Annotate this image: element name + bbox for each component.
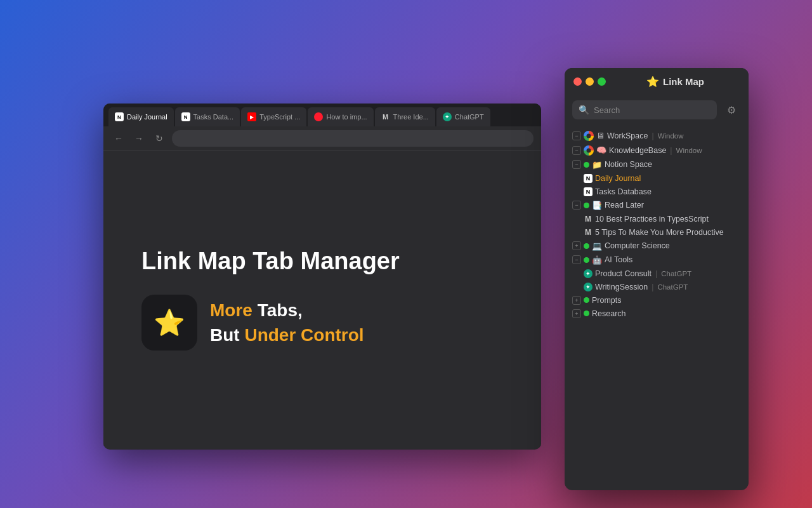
expand-cs-icon[interactable]: + — [572, 241, 581, 250]
tree-row-tasks-database[interactable]: N Tasks Database — [570, 185, 743, 198]
tab-label-6: ChatGPT — [455, 113, 484, 121]
kb-emoji: 🧠 — [596, 145, 606, 155]
collapse-kb-icon[interactable]: − — [572, 146, 581, 155]
browser-content-area: Link Map Tab Manager ⭐ More Tabs, But Un… — [103, 151, 541, 446]
close-button[interactable] — [573, 77, 582, 86]
cs-emoji: 💻 — [592, 241, 602, 251]
main-title: Link Map Tab Manager — [141, 247, 400, 276]
workspace-label: WorkSpace — [607, 131, 648, 140]
prompts-dot — [584, 297, 589, 303]
search-box[interactable]: 🔍 Search — [572, 100, 717, 119]
cs-dot — [584, 243, 589, 249]
tree-row-tips[interactable]: M 5 Tips To Make You More Productive — [570, 225, 743, 239]
notion-tab-icon: N — [115, 112, 124, 121]
panel-title-text: Link Map — [663, 76, 704, 87]
tree-area: − 🖥 WorkSpace | Window − 🧠 KnowledgeBase… — [565, 126, 749, 323]
tab-label-3: TypeScript ... — [259, 113, 300, 121]
chatgpt-icon-product-consult: ✦ — [584, 269, 593, 278]
tree-row-read-later[interactable]: − 📑 Read Later — [570, 198, 743, 212]
tree-row-ai-tools[interactable]: − 🤖 AI Tools — [570, 253, 743, 267]
tree-row-knowledgebase[interactable]: − 🧠 KnowledgeBase | Window — [570, 143, 743, 157]
promo-line-2: But Under Control — [210, 323, 364, 347]
tree-row-research[interactable]: + Research — [570, 307, 743, 320]
star-icon: ⭐ — [646, 76, 659, 88]
app-icon-badge: ⭐ — [141, 295, 197, 351]
collapse-notion-space-icon[interactable]: − — [572, 160, 581, 169]
research-label: Research — [592, 309, 626, 318]
collapse-read-later-icon[interactable]: − — [572, 201, 581, 210]
tree-row-workspace[interactable]: − 🖥 WorkSpace | Window — [570, 128, 743, 143]
search-placeholder: Search — [594, 105, 620, 115]
link-map-panel: ⭐ Link Map 🔍 Search ⚙ − 🖥 WorkSpace | Wi… — [565, 68, 749, 490]
notion-tab-icon-2: N — [181, 112, 190, 121]
workspace-emoji: 🖥 — [596, 131, 605, 140]
panel-titlebar: ⭐ Link Map — [565, 68, 749, 95]
chatgpt-icon-writing-session: ✦ — [584, 283, 593, 291]
browser-nav-bar: ← → ↻ — [103, 126, 541, 151]
settings-button[interactable]: ⚙ — [722, 100, 741, 119]
tab-three-ide[interactable]: M Three Ide... — [375, 107, 435, 126]
panel-search-area: 🔍 Search ⚙ — [565, 95, 749, 126]
medium-icon-best-practices: M — [584, 215, 593, 224]
opera-tab-icon — [314, 112, 323, 121]
refresh-button[interactable]: ↻ — [152, 131, 167, 146]
back-button[interactable]: ← — [111, 131, 126, 146]
daily-journal-label: Daily Journal — [595, 174, 641, 183]
expand-prompts-icon[interactable]: + — [572, 296, 581, 305]
ai-tools-label: AI Tools — [605, 255, 632, 264]
svg-rect-7 — [129, 396, 294, 415]
tab-daily-journal[interactable]: N Daily Journal — [108, 107, 174, 126]
tab-label-4: How to imp... — [326, 113, 367, 121]
traffic-lights — [573, 77, 606, 86]
read-later-emoji: 📑 — [592, 201, 602, 210]
expand-research-icon[interactable]: + — [572, 309, 581, 318]
medium-icon-tips: M — [584, 228, 593, 237]
app-promo-section: ⭐ More Tabs, But Under Control — [141, 295, 364, 351]
promo-line-1: More Tabs, — [210, 298, 364, 323]
notion-space-emoji: 📁 — [592, 160, 602, 170]
panel-title-area: ⭐ Link Map — [611, 76, 740, 88]
browser-tabs-bar: N Daily Journal N Tasks Data... ▶ TypeSc… — [103, 104, 541, 126]
collapse-workspace-icon[interactable]: − — [572, 131, 581, 140]
promo-tabs-word: Tabs, — [252, 300, 303, 320]
tree-row-product-consult[interactable]: ✦ Product Consult | ChatGPT — [570, 267, 743, 280]
tree-row-prompts[interactable]: + Prompts — [570, 293, 743, 307]
ai-tools-dot — [584, 257, 589, 263]
tab-chatgpt[interactable]: ✦ ChatGPT — [436, 107, 490, 126]
tree-row-computer-science[interactable]: + 💻 Computer Science — [570, 239, 743, 253]
read-later-dot — [584, 203, 589, 208]
kb-label: KnowledgeBase — [609, 146, 666, 155]
ai-tools-emoji: 🤖 — [592, 255, 602, 265]
tab-typescript[interactable]: ▶ TypeScript ... — [241, 107, 306, 126]
tab-how-to-imp[interactable]: How to imp... — [308, 107, 373, 126]
notion-space-label: Notion Space — [605, 160, 652, 169]
notion-icon-tasks-db: N — [584, 187, 593, 196]
tree-row-notion-space[interactable]: − 📁 Notion Space — [570, 157, 743, 171]
maximize-button[interactable] — [598, 77, 606, 86]
minimize-button[interactable] — [586, 77, 594, 86]
address-bar[interactable] — [172, 130, 534, 147]
kb-window: Window — [676, 147, 702, 154]
tree-row-writing-session[interactable]: ✦ WritingSession | ChatGPT — [570, 280, 743, 293]
read-later-label: Read Later — [605, 201, 644, 210]
writing-session-window: ChatGPT — [657, 283, 688, 291]
medium-tab-icon: M — [381, 112, 390, 121]
tab-tasks-data[interactable]: N Tasks Data... — [175, 107, 240, 126]
tab-label-2: Tasks Data... — [193, 113, 234, 121]
collapse-ai-tools-icon[interactable]: − — [572, 255, 581, 264]
kb-sep: | — [670, 146, 672, 155]
cs-label: Computer Science — [605, 241, 670, 250]
tab-label: Daily Journal — [127, 113, 167, 121]
search-icon: 🔍 — [579, 105, 589, 115]
promo-but-word: But — [210, 325, 244, 345]
promo-control-word: Under Control — [244, 325, 363, 345]
tasks-db-label: Tasks Database — [595, 187, 652, 196]
youtube-tab-icon: ▶ — [247, 112, 256, 121]
product-consult-sep: | — [655, 269, 657, 278]
writing-session-sep: | — [652, 283, 653, 291]
tree-row-daily-journal[interactable]: N Daily Journal — [570, 171, 743, 185]
forward-button[interactable]: → — [131, 131, 147, 146]
writing-session-label: WritingSession — [595, 283, 648, 291]
svg-rect-8 — [306, 396, 471, 415]
tree-row-best-practices[interactable]: M 10 Best Practices in TypesScript — [570, 212, 743, 225]
